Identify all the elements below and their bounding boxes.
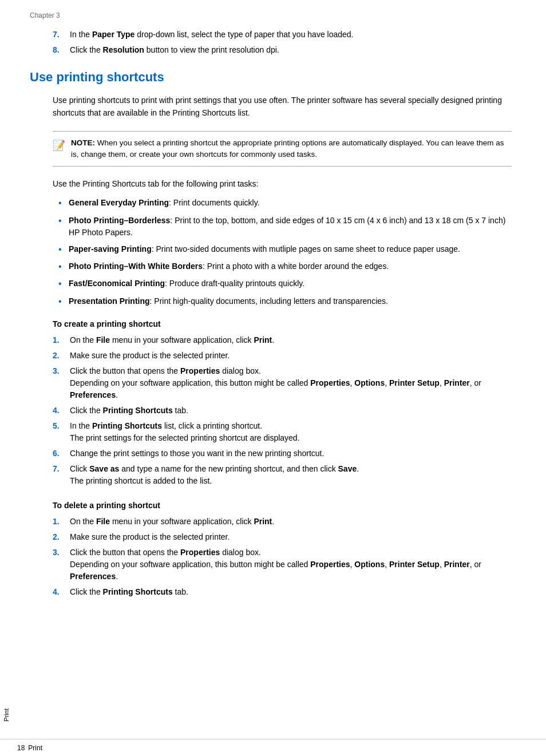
bullet-bold-2: Photo Printing–Borderless (69, 216, 170, 225)
bullet-bold-5: Fast/Economical Printing (69, 279, 165, 288)
delete-steps: 1. On the File menu in your software app… (53, 516, 512, 598)
create-step-5-content: In the Printing Shortcuts list, click a … (70, 420, 512, 444)
bullet-content-2: Photo Printing–Borderless: Print to the … (69, 215, 512, 239)
create-step-4: 4. Click the Printing Shortcuts tab. (53, 405, 512, 417)
delete-step-2: 2. Make sure the product is the selected… (53, 531, 512, 543)
create-step-7: 7. Click Save as and type a name for the… (53, 463, 512, 487)
step-8: 8. Click the Resolution button to view t… (53, 44, 512, 56)
delete-step-4-num: 4. (53, 586, 70, 598)
bullet-content-1: General Everyday Printing: Print documen… (69, 197, 512, 209)
intro-steps: 7. In the Paper Type drop-down list, sel… (53, 29, 512, 56)
delete-step-4: 4. Click the Printing Shortcuts tab. (53, 586, 512, 598)
create-steps: 1. On the File menu in your software app… (53, 334, 512, 487)
bullet-dot-1: • (58, 197, 69, 209)
create-step-5-num: 5. (53, 420, 70, 444)
delete-step-2-num: 2. (53, 531, 70, 543)
bullet-content-5: Fast/Economical Printing: Produce draft-… (69, 278, 512, 290)
create-step-2: 2. Make sure the product is the selected… (53, 350, 512, 362)
step-7: 7. In the Paper Type drop-down list, sel… (53, 29, 512, 41)
step-7-content: In the Paper Type drop-down list, select… (70, 29, 512, 41)
create-step-7-content: Click Save as and type a name for the ne… (70, 463, 512, 487)
note-box: 📝 NOTE: When you select a printing short… (53, 131, 512, 167)
bullet-item-1: • General Everyday Printing: Print docum… (58, 197, 512, 209)
left-tab: Print (0, 0, 13, 756)
bullet-content-4: Photo Printing–With White Borders: Print… (69, 260, 512, 273)
bullet-content-6: Presentation Printing: Print high-qualit… (69, 295, 512, 308)
create-step-2-num: 2. (53, 350, 70, 362)
step-8-number: 8. (53, 44, 70, 56)
create-step-1: 1. On the File menu in your software app… (53, 334, 512, 346)
create-step-6-content: Change the print settings to those you w… (70, 448, 512, 460)
section-title: Use printing shortcuts (30, 70, 512, 85)
bullet-bold-6: Presentation Printing (69, 296, 150, 306)
delete-step-1-num: 1. (53, 516, 70, 528)
bullet-item-6: • Presentation Printing: Print high-qual… (58, 295, 512, 308)
chapter-label: Chapter 3 (30, 11, 512, 19)
bullet-dot-4: • (58, 260, 69, 273)
note-icon: 📝 (53, 138, 65, 153)
step-8-content: Click the Resolution button to view the … (70, 44, 512, 56)
bullet-bold-1: General Everyday Printing (69, 198, 169, 207)
bullet-dot-2: • (58, 215, 69, 239)
section-intro: Use printing shortcuts to print with pri… (53, 94, 512, 120)
create-step-1-num: 1. (53, 334, 70, 346)
content-area: Chapter 3 7. In the Paper Type drop-down… (13, 0, 546, 756)
bullet-item-3: • Paper-saving Printing: Print two-sided… (58, 243, 512, 256)
step-7-paper-type: Paper Type (92, 30, 134, 39)
bullet-bold-3: Paper-saving Printing (69, 244, 152, 254)
delete-heading: To delete a printing shortcut (53, 501, 512, 510)
bullet-dot-5: • (58, 278, 69, 290)
bullet-dot-6: • (58, 295, 69, 308)
create-step-4-num: 4. (53, 405, 70, 417)
footer-section: Print (28, 744, 42, 752)
create-step-5: 5. In the Printing Shortcuts list, click… (53, 420, 512, 444)
create-step-3-num: 3. (53, 365, 70, 401)
footer: 18 Print (0, 739, 546, 756)
create-step-2-content: Make sure the product is the selected pr… (70, 350, 512, 362)
delete-step-2-content: Make sure the product is the selected pr… (70, 531, 512, 543)
create-step-4-content: Click the Printing Shortcuts tab. (70, 405, 512, 417)
page-container: Print Chapter 3 7. In the Paper Type dro… (0, 0, 546, 756)
bullet-dot-3: • (58, 243, 69, 256)
bullet-item-5: • Fast/Economical Printing: Produce draf… (58, 278, 512, 290)
delete-step-3-content: Click the button that opens the Properti… (70, 547, 512, 583)
create-step-6: 6. Change the print settings to those yo… (53, 448, 512, 460)
step-7-number: 7. (53, 29, 70, 41)
delete-step-4-content: Click the Printing Shortcuts tab. (70, 586, 512, 598)
note-text: NOTE: When you select a printing shortcu… (71, 137, 512, 161)
page-number: 18 (17, 744, 25, 752)
create-step-7-num: 7. (53, 463, 70, 487)
note-label: NOTE: (71, 138, 95, 147)
bullet-item-2: • Photo Printing–Borderless: Print to th… (58, 215, 512, 239)
bullet-bold-4: Photo Printing–With White Borders (69, 262, 203, 271)
delete-step-3-num: 3. (53, 547, 70, 583)
create-step-3: 3. Click the button that opens the Prope… (53, 365, 512, 401)
step-8-resolution: Resolution (103, 45, 144, 54)
tasks-intro: Use the Printing Shortcuts tab for the f… (53, 178, 512, 190)
delete-step-1-content: On the File menu in your software applic… (70, 516, 512, 528)
note-body: When you select a printing shortcut the … (71, 138, 504, 159)
create-step-3-content: Click the button that opens the Properti… (70, 365, 512, 401)
bullet-list: • General Everyday Printing: Print docum… (58, 197, 512, 308)
delete-step-3: 3. Click the button that opens the Prope… (53, 547, 512, 583)
create-step-6-num: 6. (53, 448, 70, 460)
create-heading: To create a printing shortcut (53, 319, 512, 328)
delete-step-1: 1. On the File menu in your software app… (53, 516, 512, 528)
left-tab-label: Print (3, 708, 10, 722)
bullet-content-3: Paper-saving Printing: Print two-sided d… (69, 243, 512, 256)
bullet-item-4: • Photo Printing–With White Borders: Pri… (58, 260, 512, 273)
create-step-1-content: On the File menu in your software applic… (70, 334, 512, 346)
